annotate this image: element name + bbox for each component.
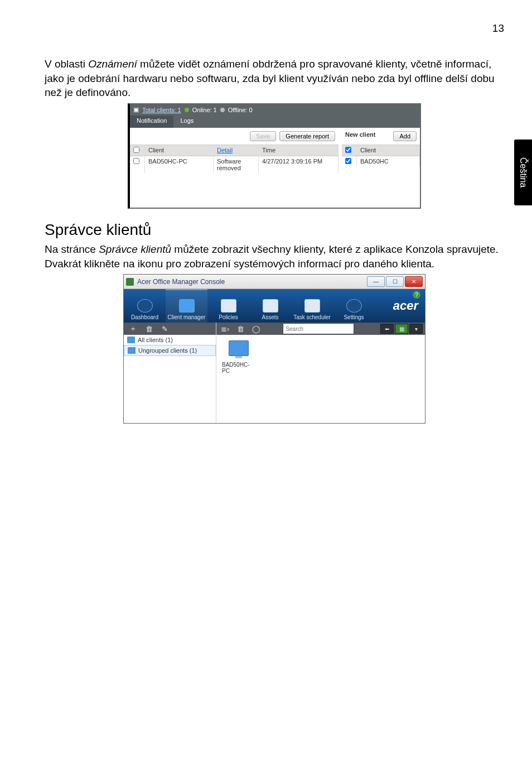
client-content: ≣› 🗑 ◯ ⬅ ▦ ▾ BAD5 xyxy=(216,323,425,423)
view-dropdown-button[interactable]: ▾ xyxy=(409,324,423,334)
grid-header: Client Detail Time xyxy=(130,145,338,156)
add-group-icon[interactable]: ＋ xyxy=(129,324,137,334)
para1-italic: Oznámení xyxy=(88,58,137,70)
para2-pre: Na stránce xyxy=(45,243,99,255)
notification-panel: Save Generate report Client Detail Time … xyxy=(130,128,338,201)
sidebar-item-label: Ungrouped clients (1) xyxy=(138,347,197,354)
sidebar-item-all-clients[interactable]: All clients (1) xyxy=(124,335,216,345)
acer-brand: acer xyxy=(393,299,418,313)
grid-view-button[interactable]: ▦ xyxy=(395,324,408,334)
client-monitor-icon xyxy=(229,340,249,356)
table-row[interactable]: BAD50HC xyxy=(342,156,420,167)
page-number: 13 xyxy=(45,22,504,35)
nav-bar: Dashboard Client manager Policies Assets… xyxy=(124,289,425,323)
generate-report-button[interactable]: Generate report xyxy=(279,131,335,141)
language-tab: Čeština xyxy=(514,140,532,205)
assets-icon xyxy=(263,299,278,313)
new-client-label: New client xyxy=(345,131,375,141)
tab-logs[interactable]: Logs xyxy=(173,116,200,128)
para1-pre: V oblasti xyxy=(45,58,88,70)
heading-client-manager: Správce klientů xyxy=(45,221,504,239)
save-button: Save xyxy=(250,131,276,141)
nav-dashboard[interactable]: Dashboard xyxy=(124,289,166,323)
tabs-bar: Notification Logs xyxy=(130,116,420,128)
col-detail[interactable]: Detail xyxy=(217,147,233,153)
total-clients-link[interactable]: Total clients: 1 xyxy=(142,107,181,113)
offline-dot-icon xyxy=(220,108,225,112)
right-select-all-checkbox[interactable] xyxy=(345,147,351,153)
group-icon xyxy=(128,347,136,354)
move-icon[interactable]: ≣› xyxy=(221,325,229,333)
sidebar: ＋ 🗑 ✎ All clients (1) Ungrouped clients … xyxy=(124,323,216,423)
delete-group-icon[interactable]: 🗑 xyxy=(146,325,153,333)
nav-assets[interactable]: Assets xyxy=(249,289,291,323)
task-scheduler-icon xyxy=(304,299,320,313)
nav-client-manager[interactable]: Client manager xyxy=(166,289,207,323)
sidebar-item-ungrouped[interactable]: Ungrouped clients (1) xyxy=(124,345,216,356)
screenshot-notification: ▣ Total clients: 1 Online: 1 Offline: 0 … xyxy=(128,103,421,209)
content-toolbar: ≣› 🗑 ◯ ⬅ ▦ ▾ xyxy=(216,323,425,335)
client-tile[interactable]: BAD50HC-PC xyxy=(222,340,255,374)
nav-policies[interactable]: Policies xyxy=(207,289,249,323)
client-status-bar: ▣ Total clients: 1 Online: 1 Offline: 0 xyxy=(130,104,420,116)
sidebar-toolbar: ＋ 🗑 ✎ xyxy=(124,323,216,335)
right-row-checkbox[interactable] xyxy=(345,158,351,164)
col-time[interactable]: Time xyxy=(259,145,338,156)
offline-count: Offline: 0 xyxy=(228,107,253,113)
group-icon xyxy=(127,337,135,343)
nav-policies-label: Policies xyxy=(219,314,238,320)
table-row[interactable]: BAD50HC-PC Software removed 4/27/2012 3:… xyxy=(130,156,338,173)
nav-client-manager-label: Client manager xyxy=(168,314,206,320)
nav-settings[interactable]: Settings xyxy=(333,289,375,323)
back-button[interactable]: ⬅ xyxy=(380,324,394,334)
tab-notification[interactable]: Notification xyxy=(130,116,173,128)
select-all-checkbox[interactable] xyxy=(133,147,139,153)
row-detail: Software removed xyxy=(214,156,259,173)
minimize-button[interactable]: — xyxy=(367,276,385,287)
client-label: BAD50HC-PC xyxy=(222,362,255,374)
close-button[interactable]: ✕ xyxy=(405,276,423,287)
window-titlebar: Acer Office Manager Console — ☐ ✕ xyxy=(124,275,425,289)
online-dot-icon xyxy=(185,108,189,112)
search-input[interactable] xyxy=(283,323,354,334)
refresh-icon[interactable]: ◯ xyxy=(252,325,260,333)
row-client: BAD50HC-PC xyxy=(145,156,214,173)
right-col-client[interactable]: Client xyxy=(357,145,420,156)
dashboard-icon xyxy=(137,299,153,313)
add-button[interactable]: Add xyxy=(393,131,417,141)
settings-icon xyxy=(346,299,362,313)
row-time: 4/27/2012 3:09:16 PM xyxy=(259,156,338,173)
sidebar-item-label: All clients (1) xyxy=(138,337,173,343)
policies-icon xyxy=(221,299,236,313)
maximize-button[interactable]: ☐ xyxy=(386,276,404,287)
right-row-client: BAD50HC xyxy=(357,156,420,167)
delete-client-icon[interactable]: 🗑 xyxy=(237,325,244,333)
paragraph-2: Na stránce Správce klientů můžete zobraz… xyxy=(45,242,504,271)
row-checkbox[interactable] xyxy=(133,158,139,164)
screenshot-client-manager: Acer Office Manager Console — ☐ ✕ ? Dash… xyxy=(123,274,425,424)
nav-assets-label: Assets xyxy=(262,314,278,320)
online-count: Online: 1 xyxy=(192,107,217,113)
para2-italic: Správce klientů xyxy=(99,243,171,255)
app-icon xyxy=(126,278,134,286)
nav-task-scheduler[interactable]: Task scheduler xyxy=(291,289,333,323)
nav-settings-label: Settings xyxy=(344,314,364,320)
nav-task-scheduler-label: Task scheduler xyxy=(293,314,331,320)
window-title: Acer Office Manager Console xyxy=(137,278,225,286)
new-client-panel: New client Add Client BAD50HC xyxy=(342,128,420,201)
edit-group-icon[interactable]: ✎ xyxy=(162,325,168,333)
col-client[interactable]: Client xyxy=(145,145,214,156)
nav-dashboard-label: Dashboard xyxy=(131,314,158,320)
paragraph-1: V oblasti Oznámení můžete vidět oznámení… xyxy=(45,57,504,100)
client-manager-icon xyxy=(179,299,195,313)
